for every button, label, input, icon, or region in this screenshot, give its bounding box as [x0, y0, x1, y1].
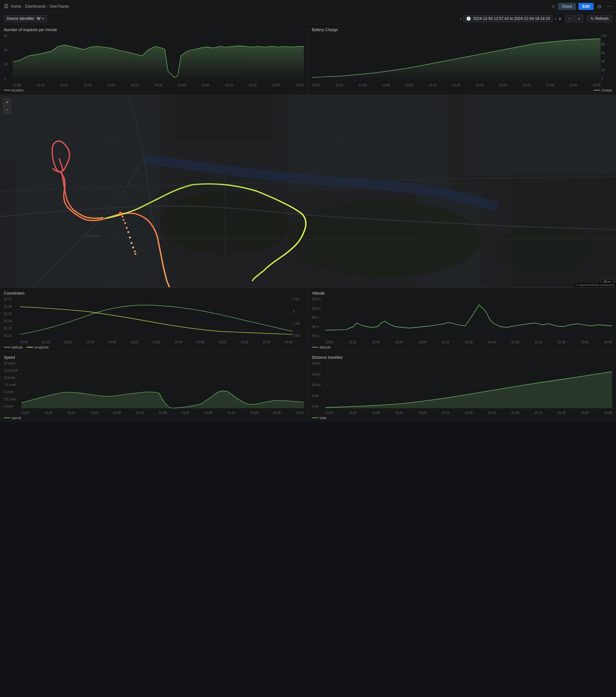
clock-icon: 🕐	[466, 16, 471, 21]
distance-x-labels: 13:0013:1513:3013:4514:0014:1514:3014:45…	[325, 411, 612, 415]
requests-x-labels: 13:0013:1513:3013:4514:0014:1514:3014:45…	[13, 84, 304, 87]
speed-title: Speed	[4, 355, 304, 360]
legend-line-total	[312, 417, 318, 418]
coords-y-labels-left: 52.3752.3652.3552.3452.3352.32	[4, 297, 20, 338]
speed-chart-panel: Speed 15 km/h12.5 km/h10 km/h7.5 km/h5 k…	[0, 352, 308, 422]
coords-x-labels: 13:0013:1513:3013:4514:0014:1514:3014:45…	[20, 340, 292, 344]
speed-chart-inner	[21, 362, 304, 408]
speed-legend: speed	[4, 415, 304, 421]
speed-y-labels: 15 km/h12.5 km/h10 km/h7.5 km/h5 km/h2.5…	[4, 362, 21, 408]
map-zoom-in-button[interactable]: +	[3, 98, 11, 106]
toolbar: Device Identifier IV ∨ ‹ 🕐 2024-12-04 12…	[0, 13, 616, 25]
zoom-in-button[interactable]: +	[575, 15, 583, 23]
requests-legend-location: location	[4, 88, 24, 92]
requests-chart-area: 6040200	[4, 34, 304, 87]
more-options-button[interactable]: ⋯	[605, 3, 612, 10]
legend-line-speed	[4, 417, 10, 418]
speed-chart-area: 15 km/h12.5 km/h10 km/h7.5 km/h5 km/h2.5…	[4, 362, 304, 415]
svg-point-30	[132, 247, 134, 248]
speed-legend-item: speed	[4, 416, 21, 420]
breadcrumb-home[interactable]: Home	[11, 4, 21, 9]
legend-line-lat	[4, 347, 10, 347]
altitude-legend: altitude	[312, 344, 612, 351]
altitude-x-labels: 13:0013:1513:3013:4514:0014:1514:3014:45…	[325, 340, 612, 344]
svg-point-24	[123, 219, 124, 221]
altitude-legend-item: altitude	[312, 345, 331, 349]
time-range-text: 2024-12-04 12:57:43 to 2024-12-04 16:14:…	[473, 16, 550, 21]
coords-legend: latitude longitude	[4, 344, 304, 351]
tv-icon-button[interactable]: ⊡	[596, 3, 602, 10]
map-zoom-out-button[interactable]: −	[3, 106, 11, 114]
legend-line-charge	[594, 90, 600, 90]
speed-chart-svg	[21, 362, 304, 408]
battery-chart-title: Battery Charge	[312, 28, 612, 32]
device-dropdown-icon: ∨	[42, 17, 44, 20]
altitude-chart-panel: Altitude 120 m100 m80 m60 m40 m	[308, 287, 616, 352]
breadcrumb: Home › Dashboards › OwnTracks	[11, 4, 69, 9]
legend-label-lon: longitude	[34, 345, 49, 349]
legend-label-speed: speed	[12, 416, 21, 420]
device-selector[interactable]: Device Identifier IV ∨	[4, 15, 47, 22]
svg-point-21	[119, 211, 122, 214]
coords-legend-lat: latitude	[4, 345, 23, 349]
requests-legend: location	[4, 87, 304, 93]
altitude-title: Altitude	[312, 291, 612, 296]
time-dropdown[interactable]: ∨	[558, 16, 561, 21]
device-value: IV	[37, 16, 41, 21]
time-controls: ‹ 🕐 2024-12-04 12:57:43 to 2024-12-04 16…	[460, 15, 561, 22]
share-button[interactable]: Share	[558, 3, 576, 10]
breadcrumb-sep-1: ›	[22, 4, 24, 9]
svg-point-20	[497, 223, 594, 275]
breadcrumb-dashboards[interactable]: Dashboards	[25, 4, 46, 9]
distance-chart-area: 20 km15 km10 km5 km0 km 13:0	[312, 362, 612, 415]
refresh-icon: ↻	[591, 16, 594, 21]
battery-chart-panel: Battery Charge	[308, 25, 616, 95]
zoom-out-button[interactable]: −	[565, 15, 574, 23]
edit-button[interactable]: Edit	[579, 3, 594, 10]
altitude-chart-inner	[325, 297, 612, 338]
battery-chart-svg	[312, 34, 601, 80]
charts-row-speed-distance: Speed 15 km/h12.5 km/h10 km/h7.5 km/h5 k…	[0, 352, 616, 422]
hamburger-icon[interactable]: ☰	[4, 3, 8, 9]
battery-legend-charge: charge	[594, 88, 612, 92]
svg-point-25	[124, 222, 126, 224]
distance-chart-inner	[325, 362, 612, 408]
map-container[interactable]: Olemem Dunnemsterm... + − 40 m © OpenStr…	[0, 95, 616, 287]
topbar-right: ☆ Share Edit ⊡ ⋯	[551, 3, 612, 10]
refresh-label: Refresh	[595, 16, 609, 21]
coords-chart-inner	[20, 297, 292, 338]
time-range-display[interactable]: 🕐 2024-12-04 12:57:43 to 2024-12-04 16:1…	[463, 15, 553, 22]
breadcrumb-sep-2: ›	[47, 4, 48, 9]
legend-label-total: total	[319, 416, 326, 420]
refresh-button[interactable]: ↻ Refresh	[587, 15, 612, 22]
battery-chart-inner	[312, 34, 601, 80]
altitude-y-labels: 120 m100 m80 m60 m40 m	[312, 297, 325, 338]
svg-rect-12	[16, 159, 161, 287]
requests-chart-inner	[13, 34, 304, 80]
svg-point-22	[120, 214, 122, 216]
distance-chart-panel: Distance travelled 20 km15 km10 km5 km0 …	[308, 352, 616, 422]
svg-point-26	[126, 227, 128, 229]
altitude-chart-svg	[325, 297, 612, 338]
topbar: ☰ Home › Dashboards › OwnTracks ☆ Share …	[0, 0, 616, 13]
legend-line-lon	[27, 347, 33, 347]
star-button[interactable]: ☆	[551, 3, 555, 9]
coordinates-title: Coordinates	[4, 291, 304, 296]
legend-line-location	[4, 90, 10, 90]
svg-rect-11	[0, 95, 161, 159]
requests-y-labels: 6040200	[4, 34, 13, 80]
svg-point-29	[131, 242, 133, 244]
charts-row-top: Number of requests per minute 6040200	[0, 25, 616, 95]
zoom-controls: − +	[565, 15, 583, 23]
battery-chart-area: 100806040200 13:0013:1513:3013:4514:0014…	[312, 34, 612, 87]
svg-text:Olemem: Olemem	[85, 233, 102, 238]
speed-x-labels: 13:0013:1513:3013:4514:0014:1514:3014:45…	[21, 411, 304, 415]
map-zoom-controls: + −	[3, 98, 11, 114]
main-content: Number of requests per minute 6040200	[0, 25, 616, 422]
legend-label-location: location	[12, 88, 24, 92]
device-label: Device Identifier	[7, 16, 34, 21]
time-nav-right[interactable]: ›	[555, 16, 556, 21]
time-nav-left[interactable]: ‹	[460, 16, 462, 21]
distance-y-labels: 20 km15 km10 km5 km0 km	[312, 362, 325, 408]
coordinates-chart-panel: Coordinates 52.3752.3652.3552.3452.3352.…	[0, 287, 308, 352]
